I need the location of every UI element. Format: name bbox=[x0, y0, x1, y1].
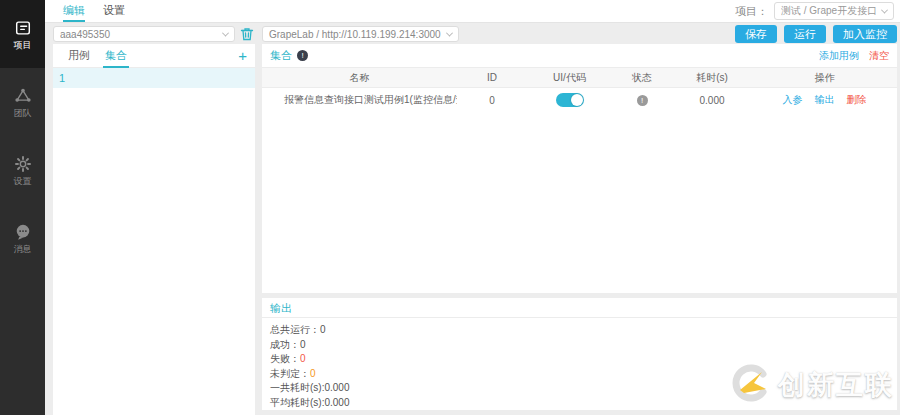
tab-usecases[interactable]: 用例 bbox=[68, 44, 90, 68]
add-case-link[interactable]: 添加用例 bbox=[819, 49, 859, 63]
col-header-status: 状态 bbox=[612, 71, 672, 85]
team-icon bbox=[14, 87, 32, 105]
input-params-link[interactable]: 入参 bbox=[783, 93, 803, 107]
info-icon[interactable] bbox=[297, 50, 308, 61]
case-id: 0 bbox=[457, 95, 527, 106]
collection-select[interactable]: aaa495350 bbox=[53, 26, 235, 42]
trash-icon[interactable] bbox=[239, 26, 255, 42]
chevron-down-icon bbox=[881, 6, 888, 13]
case-time: 0.000 bbox=[672, 95, 752, 106]
col-header-name: 名称 bbox=[262, 71, 457, 85]
sidebar-item-label: 团队 bbox=[14, 109, 32, 118]
stat-success: 成功：0 bbox=[270, 338, 889, 353]
sidebar-item-messages[interactable]: 消息 bbox=[0, 204, 45, 272]
status-icon[interactable] bbox=[637, 95, 648, 106]
left-rail: 项目 团队 bbox=[0, 0, 45, 415]
stat-avg-time: 平均耗时(s):0.000 bbox=[270, 396, 889, 411]
tree-panel: 用例 集合 + 1 bbox=[53, 44, 255, 415]
project-select[interactable]: 测试 / Grape开发接口测... bbox=[774, 2, 894, 20]
action-buttons: 保存 运行 加入监控 bbox=[735, 25, 897, 43]
table-row: 报警信息查询接口测试用例1(监控信息/查询报警信息) 0 0.000 入参 输出… bbox=[262, 88, 897, 112]
project-label: 项目： bbox=[735, 4, 768, 19]
col-header-ui-code: UI/代码 bbox=[527, 71, 612, 85]
collection-panel-header: 集合 添加用例 清空 bbox=[262, 44, 897, 67]
stat-total-runs: 总共运行：0 bbox=[270, 323, 889, 338]
collection-title: 集合 bbox=[270, 48, 292, 63]
environment-select[interactable]: GrapeLab / http://10.119.199.214:3000 bbox=[262, 26, 459, 42]
chevron-down-icon bbox=[222, 29, 229, 36]
app-root: 项目 团队 bbox=[0, 0, 900, 415]
top-header: 编辑 设置 项目： 测试 / Grape开发接口测... bbox=[45, 0, 900, 23]
table-header: 名称 ID UI/代码 状态 耗时(s) 操作 bbox=[262, 67, 897, 88]
header-right: 项目： 测试 / Grape开发接口测... bbox=[735, 2, 900, 20]
tree-panel-tabs: 用例 集合 + bbox=[53, 44, 255, 68]
output-title: 输出 bbox=[262, 298, 897, 318]
run-button[interactable]: 运行 bbox=[784, 25, 826, 43]
col-header-actions: 操作 bbox=[752, 71, 897, 85]
output-link[interactable]: 输出 bbox=[815, 93, 835, 107]
tab-edit[interactable]: 编辑 bbox=[63, 0, 85, 23]
sidebar-item-label: 项目 bbox=[14, 41, 32, 50]
case-name: 报警信息查询接口测试用例1(监控信息/查询报警信息) bbox=[262, 93, 457, 107]
output-panel: 输出 总共运行：0 成功：0 失败：0 未判定：0 一共耗时(s):0.000 … bbox=[262, 298, 897, 410]
stat-failure: 失败：0 bbox=[270, 352, 889, 367]
output-stats: 总共运行：0 成功：0 失败：0 未判定：0 一共耗时(s):0.000 平均耗… bbox=[262, 318, 897, 415]
clear-link[interactable]: 清空 bbox=[869, 49, 889, 63]
sidebar-item-label: 设置 bbox=[14, 177, 32, 186]
row-actions: 入参 输出 删除 bbox=[752, 93, 897, 107]
project-select-value: 测试 / Grape开发接口测... bbox=[781, 4, 877, 18]
col-header-id: ID bbox=[457, 72, 527, 83]
delete-link[interactable]: 删除 bbox=[847, 93, 867, 107]
message-icon bbox=[14, 223, 32, 241]
collection-panel-links: 添加用例 清空 bbox=[819, 49, 889, 63]
collection-panel: 集合 添加用例 清空 名称 ID UI/代码 状态 耗时(s) 操作 报警信息查… bbox=[262, 44, 897, 293]
sidebar-item-team[interactable]: 团队 bbox=[0, 68, 45, 136]
tab-settings[interactable]: 设置 bbox=[103, 0, 125, 23]
col-header-time: 耗时(s) bbox=[672, 71, 752, 85]
collection-select-value: aaa495350 bbox=[60, 29, 223, 40]
environment-select-value: GrapeLab / http://10.119.199.214:3000 bbox=[269, 29, 441, 40]
project-icon bbox=[14, 19, 32, 37]
sidebar-item-settings[interactable]: 设置 bbox=[0, 136, 45, 204]
save-button[interactable]: 保存 bbox=[735, 25, 777, 43]
stat-undetermined: 未判定：0 bbox=[270, 367, 889, 382]
list-item[interactable]: 1 bbox=[53, 68, 255, 88]
tab-collections[interactable]: 集合 bbox=[105, 44, 127, 68]
settings-icon bbox=[14, 155, 32, 173]
add-icon[interactable]: + bbox=[238, 48, 247, 63]
chevron-down-icon bbox=[446, 29, 453, 36]
sidebar-item-label: 消息 bbox=[14, 245, 32, 254]
ui-code-toggle[interactable] bbox=[556, 93, 584, 107]
sidebar-item-project[interactable]: 项目 bbox=[0, 0, 45, 68]
add-to-monitor-button[interactable]: 加入监控 bbox=[833, 25, 897, 43]
stat-total-time: 一共耗时(s):0.000 bbox=[270, 381, 889, 396]
